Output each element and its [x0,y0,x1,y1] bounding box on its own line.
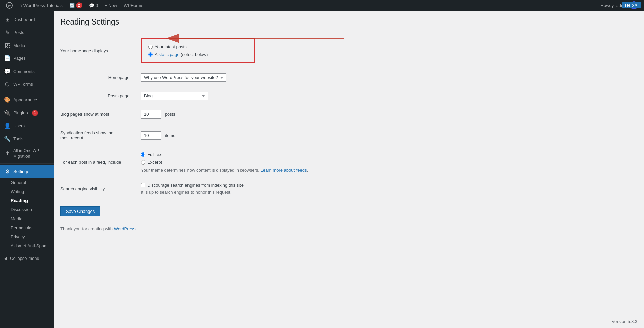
blog-pages-cell: posts [138,105,637,124]
syndication-row: Syndication feeds show the most recent i… [60,124,637,147]
posts-icon: ✎ [4,29,11,36]
sidebar-item-settings[interactable]: ⚙ Settings [0,165,54,178]
sidebar: ⊞ Dashboard ✎ Posts 🖼 Media 📄 Pages 💬 Co… [0,11,54,328]
sidebar-item-appearance-label: Appearance [13,97,37,103]
excerpt-radio[interactable] [141,160,145,165]
sidebar-item-allinone[interactable]: ⬆ All-in-One WP Migration [0,145,54,162]
sidebar-item-media[interactable]: 🖼 Media [0,39,54,52]
static-page-link[interactable]: static page [159,52,180,57]
syndication-input[interactable] [141,131,161,140]
blog-pages-label-cell: Blog pages show at most [60,105,138,124]
comments-icon: 💬 [89,3,94,8]
sidebar-item-plugins[interactable]: 🔌 Plugins 1 [0,107,54,120]
settings-table: Your homepage displays Your latest posts [60,33,637,200]
feed-include-cell: Full text Excerpt Your theme determines … [138,147,637,178]
homepage-select-row: Homepage: Why use WordPress for your web… [60,68,637,87]
search-engine-checkbox[interactable] [141,183,145,187]
new-content-button[interactable]: + New [101,0,120,11]
sidebar-item-users[interactable]: 👤 Users [0,120,54,132]
wpforms-icon: ⬡ [4,81,11,88]
help-button[interactable]: Help ▾ [622,2,641,8]
homepage-displays-box: Your latest posts A static page (select … [141,38,255,63]
excerpt-option[interactable]: Excerpt [141,160,634,165]
blog-pages-input[interactable] [141,110,161,119]
submenu-item-general[interactable]: General [0,178,54,187]
sidebar-item-pages[interactable]: 📄 Pages [0,52,54,65]
posts-page-select[interactable]: Blog [141,92,208,100]
homepage-select[interactable]: Why use WordPress for your website? [141,73,226,82]
latest-posts-radio[interactable] [148,45,153,49]
wp-logo-button[interactable]: W [3,0,16,11]
latest-posts-label: Your latest posts [155,44,187,49]
sidebar-item-dashboard[interactable]: ⊞ Dashboard [0,13,54,26]
homepage-displays-label: Your homepage displays [60,33,138,68]
plugins-badge: 1 [32,110,38,116]
pages-icon: 📄 [4,55,11,62]
syndication-label-cell: Syndication feeds show the most recent [60,124,138,147]
sidebar-item-allinone-label: All-in-One WP Migration [13,148,50,159]
site-name-label: WordPress Tutorials [23,3,63,8]
new-label: + New [105,3,117,8]
homepage-select-label-cell: Homepage: [60,68,138,87]
sidebar-item-comments[interactable]: 💬 Comments [0,65,54,78]
feed-include-row: For each post in a feed, include Full te… [60,147,637,178]
collapse-menu-button[interactable]: ◀ Collapse menu [0,253,54,264]
submenu-item-privacy[interactable]: Privacy [0,232,54,241]
home-icon: ⌂ [19,3,22,8]
fulltext-option[interactable]: Full text [141,152,634,157]
wpforms-adminbar-label: WPForms [124,3,143,8]
syndication-cell: items [138,124,637,147]
sidebar-divider-2 [0,163,54,164]
submenu-item-permalinks[interactable]: Permalinks [0,223,54,232]
syndication-suffix: items [165,133,175,138]
homepage-displays-options: Your latest posts A static page (select … [138,33,637,68]
save-changes-button[interactable]: Save Changes [60,206,100,216]
feed-include-label-cell: For each post in a feed, include [60,147,138,178]
comments-count: 0 [96,3,98,8]
feed-note: Your theme determines how content is dis… [141,168,634,173]
wordpress-link[interactable]: WordPress [114,226,136,231]
static-page-option[interactable]: A static page (select below) [148,52,248,57]
submenu-item-akismet[interactable]: Akismet Anti-Spam [0,241,54,250]
sidebar-item-appearance[interactable]: 🎨 Appearance [0,94,54,106]
sidebar-item-tools-label: Tools [13,136,23,142]
media-icon: 🖼 [4,42,11,49]
dashboard-icon: ⊞ [4,16,11,24]
static-page-label: A static page (select below) [155,52,208,57]
submenu-item-discussion[interactable]: Discussion [0,205,54,214]
sidebar-item-pages-label: Pages [13,55,26,61]
submenu-item-media[interactable]: Media [0,214,54,223]
collapse-label: Collapse menu [10,256,39,261]
sidebar-item-dashboard-label: Dashboard [13,17,35,23]
page-title: Reading Settings [60,17,637,27]
save-changes-row: Save Changes [60,203,637,220]
blog-pages-suffix: posts [165,112,175,117]
static-page-radio[interactable] [148,52,153,57]
sidebar-item-users-label: Users [13,123,25,129]
blog-pages-row: Blog pages show at most posts [60,105,637,124]
sidebar-item-wpforms-label: WPForms [13,81,33,87]
latest-posts-option[interactable]: Your latest posts [148,44,248,49]
learn-more-feeds-link[interactable]: Learn more about feeds [261,168,307,173]
search-engine-checkbox-row[interactable]: Discourage search engines from indexing … [141,183,634,188]
wpforms-adminbar-button[interactable]: WPForms [120,0,147,11]
sidebar-item-tools[interactable]: 🔧 Tools [0,133,54,145]
submenu-item-reading[interactable]: Reading [0,196,54,205]
collapse-icon: ◀ [4,256,7,261]
appearance-icon: 🎨 [4,96,11,104]
sidebar-item-wpforms[interactable]: ⬡ WPForms [0,78,54,91]
updates-button[interactable]: 🔄 2 [66,0,86,11]
reading-settings-form: Your homepage displays Your latest posts [60,33,637,220]
sidebar-item-settings-label: Settings [13,169,29,175]
sidebar-item-posts[interactable]: ✎ Posts [0,26,54,39]
submenu-item-writing[interactable]: Writing [0,187,54,196]
posts-page-row: Posts page: Blog [60,87,637,105]
comments-button[interactable]: 💬 0 [86,0,101,11]
allinone-icon: ⬆ [4,150,11,157]
homepage-select-cell: Why use WordPress for your website? [138,68,637,87]
site-name-button[interactable]: ⌂ WordPress Tutorials [16,0,66,11]
fulltext-radio[interactable] [141,152,145,157]
sidebar-item-plugins-label: Plugins [13,110,28,116]
users-icon: 👤 [4,122,11,130]
posts-page-label: Posts page: [108,93,131,98]
